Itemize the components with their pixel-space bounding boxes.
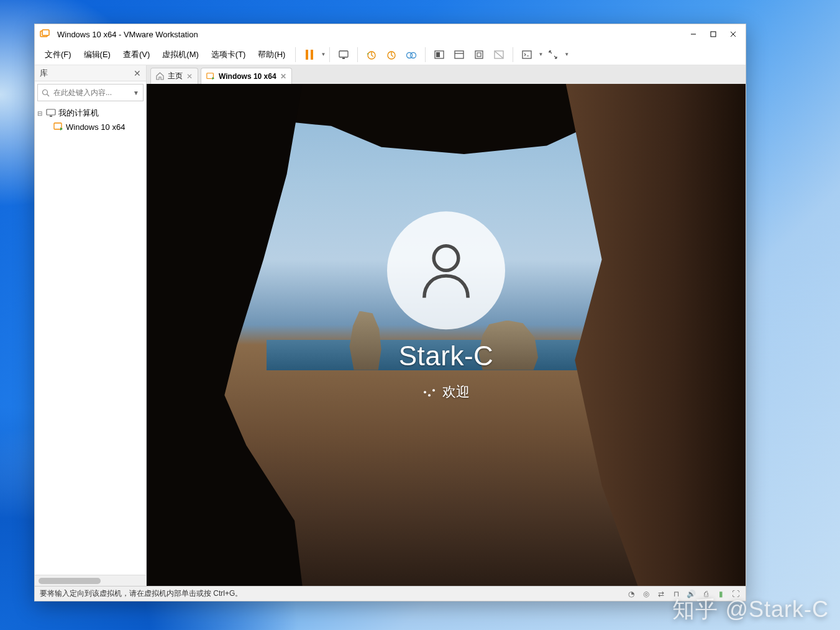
menu-tabs[interactable]: 选项卡(T) bbox=[205, 45, 252, 64]
svg-rect-8 bbox=[339, 51, 348, 57]
main-area: 主页 ✕ Windows 10 x64 ✕ bbox=[147, 65, 746, 586]
search-dropdown[interactable]: ▼ bbox=[133, 89, 139, 96]
unity-button[interactable] bbox=[490, 46, 508, 63]
tree-node-vm[interactable]: Windows 10 x64 bbox=[36, 120, 145, 134]
search-icon bbox=[42, 89, 50, 97]
status-device-icons: ◔ ◎ ⇄ ⊓ 🔊 ⎙ ▮ ⛶ bbox=[626, 589, 741, 599]
sound-icon[interactable]: 🔊 bbox=[686, 589, 696, 599]
sidebar-close-button[interactable]: ✕ bbox=[134, 68, 141, 78]
svg-line-24 bbox=[47, 94, 50, 96]
disk-icon[interactable]: ◔ bbox=[626, 589, 636, 599]
tree-label: Windows 10 x64 bbox=[66, 122, 125, 132]
vmware-window: Windows 10 x64 - VMware Workstation 文件(F… bbox=[34, 24, 746, 601]
tab-close-icon[interactable]: ✕ bbox=[186, 72, 193, 81]
svg-rect-3 bbox=[711, 32, 716, 37]
person-icon bbox=[412, 236, 480, 304]
separator bbox=[329, 47, 330, 62]
vmware-icon bbox=[40, 29, 50, 39]
svg-line-21 bbox=[495, 52, 503, 58]
status-hint: 要将输入定向到该虚拟机，请在虚拟机内部单击或按 Ctrl+G。 bbox=[40, 588, 626, 599]
svg-rect-15 bbox=[436, 52, 440, 57]
windows-login-screen: Stark-C 欢迎 bbox=[147, 84, 746, 586]
cd-icon[interactable]: ◎ bbox=[641, 589, 651, 599]
printer-icon[interactable]: ⎙ bbox=[701, 589, 711, 599]
show-console-button[interactable] bbox=[431, 46, 448, 63]
separator bbox=[295, 47, 296, 62]
console-view-button[interactable] bbox=[518, 46, 536, 63]
tab-label: 主页 bbox=[168, 71, 183, 81]
tab-label: Windows 10 x64 bbox=[219, 72, 276, 81]
sidebar-scrollbar[interactable] bbox=[35, 575, 146, 586]
snapshot-take-button[interactable] bbox=[363, 46, 380, 63]
minimize-button[interactable] bbox=[683, 24, 703, 44]
sidebar-header: 库 ✕ bbox=[35, 65, 146, 81]
vm-tabs: 主页 ✕ Windows 10 x64 ✕ bbox=[147, 65, 746, 84]
menubar: 文件(F) 编辑(E) 查看(V) 虚拟机(M) 选项卡(T) 帮助(H) ▼ … bbox=[35, 44, 746, 65]
svg-point-23 bbox=[43, 89, 48, 94]
search-input[interactable] bbox=[53, 88, 129, 97]
separator bbox=[357, 47, 358, 62]
menu-vm[interactable]: 虚拟机(M) bbox=[156, 45, 205, 64]
stretch-dropdown[interactable]: ▼ bbox=[564, 52, 569, 57]
menu-file[interactable]: 文件(F) bbox=[39, 45, 78, 64]
svg-rect-16 bbox=[455, 51, 463, 58]
library-sidebar: 库 ✕ ▼ ⊟ 我的计算机 Windows 10 x64 bbox=[35, 65, 147, 586]
svg-rect-22 bbox=[523, 51, 531, 58]
vm-display[interactable]: Stark-C 欢迎 bbox=[147, 84, 746, 586]
usb-icon[interactable]: ⊓ bbox=[671, 589, 681, 599]
snapshot-revert-button[interactable] bbox=[383, 46, 400, 63]
separator bbox=[513, 47, 513, 62]
login-status: 欢迎 bbox=[422, 383, 470, 401]
sidebar-title: 库 bbox=[40, 68, 134, 79]
svg-rect-26 bbox=[50, 116, 52, 117]
show-only-button[interactable] bbox=[450, 46, 468, 63]
vm-running-icon bbox=[53, 122, 63, 132]
spinner-icon bbox=[422, 385, 436, 399]
menu-help[interactable]: 帮助(H) bbox=[252, 45, 291, 64]
sidebar-search[interactable]: ▼ bbox=[37, 84, 144, 101]
tab-close-icon[interactable]: ✕ bbox=[280, 72, 286, 81]
stretch-button[interactable] bbox=[544, 46, 562, 63]
maximize-button[interactable] bbox=[703, 24, 723, 44]
welcome-text: 欢迎 bbox=[442, 383, 470, 401]
window-title: Windows 10 x64 - VMware Workstation bbox=[57, 30, 683, 39]
library-tree: ⊟ 我的计算机 Windows 10 x64 bbox=[35, 104, 146, 575]
close-button[interactable] bbox=[723, 24, 743, 44]
svg-rect-19 bbox=[477, 53, 481, 57]
expand-icon[interactable]: ⛶ bbox=[731, 589, 741, 599]
svg-rect-9 bbox=[342, 58, 345, 59]
svg-point-13 bbox=[411, 52, 416, 58]
power-dropdown[interactable]: ▼ bbox=[321, 52, 326, 57]
titlebar[interactable]: Windows 10 x64 - VMware Workstation bbox=[35, 24, 746, 44]
svg-rect-18 bbox=[475, 51, 483, 58]
separator bbox=[425, 47, 426, 62]
svg-rect-7 bbox=[311, 50, 313, 60]
tab-vm[interactable]: Windows 10 x64 ✕ bbox=[201, 68, 292, 84]
tree-collapse-icon[interactable]: ⊟ bbox=[36, 110, 43, 117]
console-dropdown[interactable]: ▼ bbox=[538, 52, 543, 57]
tree-label: 我的计算机 bbox=[58, 107, 99, 119]
monitor-icon bbox=[46, 108, 56, 118]
menu-edit[interactable]: 编辑(E) bbox=[78, 45, 117, 64]
display-icon[interactable]: ▮ bbox=[716, 589, 726, 599]
menu-view[interactable]: 查看(V) bbox=[117, 45, 156, 64]
svg-rect-25 bbox=[47, 109, 55, 115]
tab-home[interactable]: 主页 ✕ bbox=[150, 68, 198, 84]
svg-point-29 bbox=[434, 246, 459, 271]
login-username: Stark-C bbox=[399, 340, 494, 372]
statusbar: 要将输入定向到该虚拟机，请在虚拟机内部单击或按 Ctrl+G。 ◔ ◎ ⇄ ⊓ … bbox=[35, 586, 746, 601]
fullscreen-button[interactable] bbox=[470, 46, 488, 63]
pause-button[interactable] bbox=[301, 46, 318, 63]
home-icon bbox=[156, 72, 164, 80]
send-ctrl-alt-del-button[interactable] bbox=[335, 46, 352, 63]
svg-rect-1 bbox=[42, 30, 49, 35]
snapshot-manager-button[interactable] bbox=[403, 46, 420, 63]
network-icon[interactable]: ⇄ bbox=[656, 589, 666, 599]
svg-rect-6 bbox=[306, 50, 308, 60]
user-avatar bbox=[387, 211, 505, 329]
vm-running-icon bbox=[206, 72, 215, 81]
tree-node-mycomputer[interactable]: ⊟ 我的计算机 bbox=[36, 106, 145, 120]
login-center: Stark-C 欢迎 bbox=[387, 211, 505, 401]
